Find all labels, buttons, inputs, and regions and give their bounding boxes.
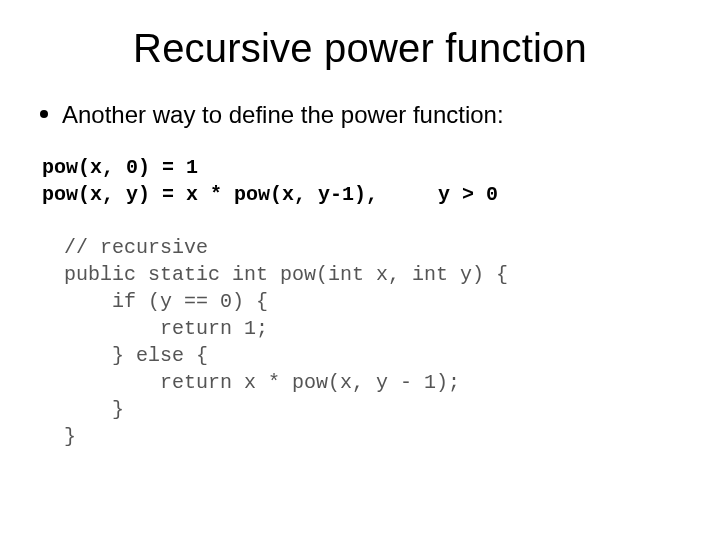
bullet-text: Another way to define the power function… — [62, 99, 504, 130]
math-definition: pow(x, 0) = 1 pow(x, y) = x * pow(x, y-1… — [42, 154, 680, 208]
bullet-dot-icon — [40, 110, 48, 118]
slide: Recursive power function Another way to … — [0, 0, 720, 540]
bullet-item: Another way to define the power function… — [40, 99, 680, 130]
code-snippet: // recursive public static int pow(int x… — [64, 234, 680, 450]
slide-title: Recursive power function — [40, 26, 680, 71]
